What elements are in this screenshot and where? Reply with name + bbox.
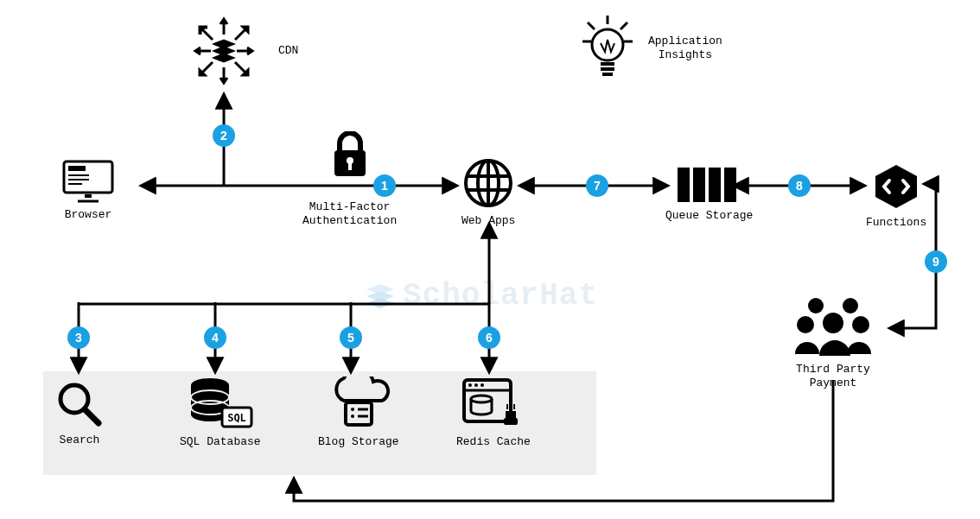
svg-point-48 [797,316,814,333]
insights-label: Application Insights [648,35,722,63]
svg-rect-42 [678,168,690,202]
sql-database-icon: SQL [188,377,253,430]
badge-7: 7 [586,174,608,197]
svg-line-35 [620,22,627,29]
svg-line-23 [202,62,213,73]
search-label: Search [60,434,100,447]
svg-line-22 [235,29,245,40]
svg-point-66 [474,383,478,387]
browser-node: Browser [60,158,116,222]
svg-rect-58 [346,402,372,425]
badge-2: 2 [213,124,235,147]
svg-point-46 [808,298,824,313]
svg-point-67 [480,383,484,387]
svg-rect-40 [601,67,614,71]
svg-line-24 [235,62,245,73]
webapps-node: Web Apps [461,157,515,228]
browser-label: Browser [65,208,112,222]
svg-rect-45 [724,168,736,202]
cdn-node: CDN [185,12,298,90]
watermark: ScholarHat [363,278,598,313]
svg-point-47 [843,298,858,313]
search-icon [55,380,104,428]
svg-point-38 [592,29,623,60]
svg-line-52 [85,409,99,423]
insights-node: Application Insights [579,14,722,83]
queue-label: Queue Storage [665,209,753,223]
svg-point-50 [852,316,869,333]
tpp-label: Third Party Payment [796,363,870,391]
watermark-text: ScholarHat [403,278,598,313]
sqldb-label: SQL Database [180,435,261,449]
svg-rect-69 [504,418,518,425]
queue-node: Queue Storage [665,166,753,223]
svg-point-65 [468,383,472,387]
cloud-server-icon [327,377,391,430]
search-node: Search [55,380,104,447]
functions-node: Functions [866,162,926,230]
bulb-icon [579,14,636,83]
svg-point-59 [351,408,354,411]
sqldb-node: SQL SQL Database [180,377,261,449]
mfa-label: Multi-Factor Authentication [302,200,397,229]
badge-8: 8 [788,174,811,197]
blog-node: Blog Storage [318,377,399,449]
svg-rect-43 [693,168,705,202]
svg-rect-27 [348,162,352,170]
svg-rect-41 [602,73,613,76]
lock-icon [328,131,372,180]
svg-point-49 [823,313,843,333]
functions-icon [872,162,920,211]
webapps-label: Web Apps [461,214,515,228]
blog-label: Blog Storage [318,435,399,449]
svg-line-21 [202,29,213,40]
svg-line-34 [588,22,595,29]
svg-rect-44 [709,168,721,202]
svg-text:SQL: SQL [227,412,246,424]
svg-point-68 [471,396,492,402]
badge-4: 4 [204,326,226,349]
badge-1: 1 [373,174,396,197]
badge-3: 3 [67,326,90,349]
svg-rect-11 [68,166,86,171]
globe-icon [462,157,514,209]
badge-6: 6 [478,326,500,349]
badge-5: 5 [340,326,362,349]
tpp-node: Third Party Payment [790,294,876,391]
badge-9: 9 [925,250,947,273]
redis-node: Redis Cache [456,377,531,449]
svg-rect-39 [601,62,614,66]
queue-icon [676,166,743,204]
redis-cache-icon [461,377,526,430]
functions-label: Functions [866,216,926,230]
monitor-icon [60,158,116,203]
cdn-icon [185,12,263,90]
people-icon [790,294,876,358]
redis-label: Redis Cache [456,435,531,449]
svg-point-61 [351,415,354,418]
cdn-label: CDN [278,44,298,58]
